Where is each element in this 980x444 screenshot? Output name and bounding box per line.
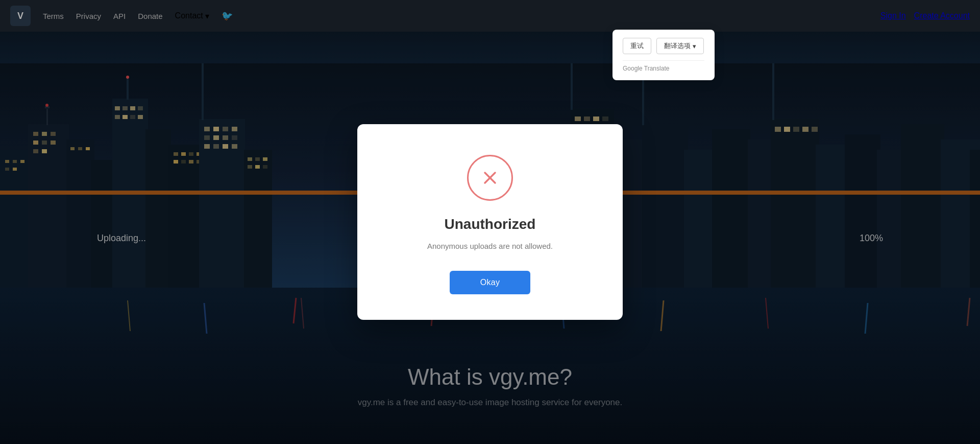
translate-options-button[interactable]: 翻译选项 ▾ [656, 38, 704, 54]
modal-title: Unauthorized [445, 216, 536, 232]
error-icon-circle [467, 155, 513, 201]
translate-retry-button[interactable]: 重试 [623, 38, 651, 54]
modal-overlay: Unauthorized Anonymous uploads are not a… [0, 0, 980, 444]
translate-header: 重试 翻译选项 ▾ [623, 38, 704, 54]
google-translate-label: Google Translate [623, 60, 704, 72]
modal-message: Anonymous uploads are not allowed. [427, 241, 553, 252]
unauthorized-modal: Unauthorized Anonymous uploads are not a… [357, 124, 623, 320]
modal-ok-button[interactable]: Okay [450, 271, 531, 294]
translate-popup: 重试 翻译选项 ▾ Google Translate [612, 30, 715, 80]
x-icon [479, 167, 501, 189]
chevron-down-icon: ▾ [693, 42, 696, 50]
